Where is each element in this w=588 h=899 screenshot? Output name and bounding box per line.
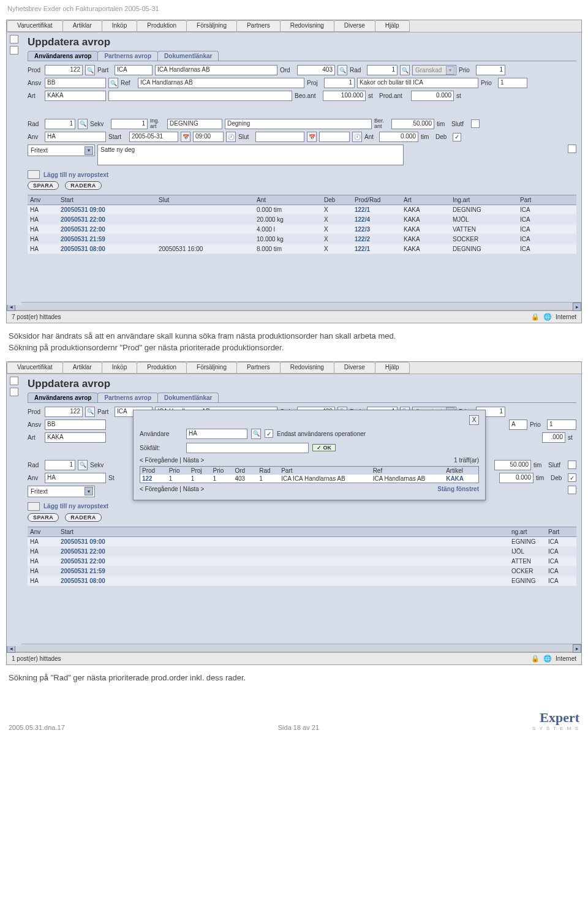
table-row[interactable]: HA20050531 08:00EGNINGICA [28, 576, 576, 586]
menu-varucert[interactable]: Varucertifikat [7, 362, 63, 374]
menu-partners[interactable]: Partners [236, 362, 281, 374]
next-link[interactable]: Nästa > [183, 457, 205, 464]
table-row[interactable]: HA20050531 08:0020050531 16:008.000 timX… [28, 244, 576, 254]
home-icon[interactable] [10, 35, 18, 43]
ansv-input[interactable]: BB [45, 78, 106, 88]
freetext-dropdown[interactable]: Fritext ▾ [28, 145, 95, 156]
th-ingart[interactable]: ng.art [509, 527, 546, 536]
rad-input[interactable]: 1 [367, 65, 398, 75]
th-deb[interactable]: Deb [322, 195, 352, 205]
table-row[interactable]: HA20050531 22:00IJÖLICA [28, 547, 576, 557]
search-icon[interactable]: 🔍 [85, 407, 95, 417]
prodant-input[interactable]: 0.000 [411, 91, 454, 101]
search-icon[interactable]: 🔍 [400, 65, 410, 75]
subtab-user-avrop[interactable]: Användarens avrop [28, 51, 98, 61]
subtab-doc-links[interactable]: Dokumentlänkar [157, 51, 219, 61]
menu-forsaljning[interactable]: Försäljning [186, 20, 237, 32]
prio-input[interactable]: 1 [476, 65, 505, 75]
search-icon[interactable]: 🔍 [251, 429, 261, 439]
prio2-input[interactable]: 1 [547, 419, 576, 430]
prod-input[interactable]: 122 [45, 65, 83, 75]
granskad-select[interactable]: Granskad ▾ [412, 65, 456, 75]
subtab-partner-avrop[interactable]: Partnerns avrop [97, 393, 158, 402]
sokfalt-input[interactable] [186, 443, 309, 453]
subtab-doc-links[interactable]: Dokumentlänkar [157, 393, 219, 402]
search-icon[interactable]: 🔍 [78, 119, 88, 129]
oth-artikel[interactable]: Artikel [444, 467, 478, 475]
art-input[interactable]: KAKA [45, 432, 106, 443]
h-scrollbar[interactable]: ◂ ▸ [7, 302, 581, 310]
ant-input[interactable]: 0.000 [499, 473, 533, 483]
search-icon[interactable]: 🔍 [337, 65, 347, 75]
oth-ord[interactable]: Ord [233, 467, 257, 475]
ant-input[interactable]: 0.000 [379, 132, 418, 142]
prio2-input[interactable]: 1 [498, 78, 527, 88]
th-ingart[interactable]: Ing.art [450, 195, 518, 205]
add-icon[interactable] [28, 502, 40, 511]
th-anv[interactable]: Anv [28, 527, 58, 536]
part-code-input[interactable]: ICA [115, 65, 153, 75]
arrow-right-icon[interactable]: ▸ [573, 644, 581, 653]
th-prodrad[interactable]: Prod/Rad [352, 195, 401, 205]
save-button[interactable]: SPARA [28, 513, 59, 522]
clock-icon[interactable]: 🕘 [226, 132, 236, 142]
oth-rad[interactable]: Rad [257, 467, 279, 475]
close-icon[interactable]: X [469, 415, 479, 425]
start-date-input[interactable]: 2005-05-31 [129, 132, 178, 142]
slutf-checkbox[interactable] [568, 461, 576, 469]
calendar-icon[interactable]: 📅 [307, 132, 317, 142]
anvandare-input[interactable]: HA [186, 429, 247, 439]
menu-hjalp[interactable]: Hjälp [375, 20, 410, 32]
menu-redovisning[interactable]: Redovisning [280, 20, 334, 32]
add-icon[interactable] [28, 170, 40, 179]
only-user-checkbox[interactable]: ✓ [265, 429, 273, 438]
prev-link[interactable]: < Föregående [140, 457, 178, 464]
th-slut[interactable]: Slut [156, 195, 254, 205]
anv-input[interactable]: HA [45, 132, 106, 142]
menu-varucert[interactable]: Varucertifikat [7, 20, 63, 32]
ingart-input[interactable]: DEGNING [167, 119, 222, 129]
menu-artiklar[interactable]: Artiklar [62, 20, 102, 32]
beoant-input[interactable]: 100.000 [323, 91, 366, 101]
menu-redovisning[interactable]: Redovisning [280, 362, 334, 374]
rad2-input[interactable]: 1 [45, 119, 75, 129]
rad2-input[interactable]: 1 [45, 460, 75, 470]
th-start[interactable]: Start [58, 527, 509, 536]
menu-produktion[interactable]: Produktion [137, 20, 187, 32]
partial-a-input[interactable]: A [509, 419, 527, 430]
art-input[interactable]: KAKA [45, 91, 106, 101]
freetext-textarea[interactable]: Satte ny deg [97, 145, 404, 165]
menu-inkop[interactable]: Inköp [102, 20, 137, 32]
calendar-icon[interactable]: 📅 [181, 132, 190, 142]
add-text-link[interactable]: Lägg till ny avropstext [43, 503, 108, 510]
proj-input[interactable]: 1 [324, 78, 355, 88]
th-start[interactable]: Start [58, 195, 156, 205]
slut-time-input[interactable] [319, 132, 350, 142]
prev-link[interactable]: < Föregående [140, 486, 178, 492]
oth-prio[interactable]: Prio [167, 467, 189, 475]
home-icon[interactable] [10, 377, 18, 385]
menu-hjalp[interactable]: Hjälp [375, 362, 410, 374]
menu-forsaljning[interactable]: Försäljning [186, 362, 237, 374]
art-desc-input[interactable] [108, 91, 292, 101]
part-name-input[interactable]: ICA Handlarnas AB [155, 65, 277, 75]
menu-diverse[interactable]: Diverse [334, 20, 375, 32]
menu-diverse[interactable]: Diverse [334, 362, 375, 374]
clock-icon[interactable]: 🕘 [352, 132, 362, 142]
slut-date-input[interactable] [255, 132, 304, 142]
th-ant[interactable]: Ant [254, 195, 322, 205]
th-art[interactable]: Art [401, 195, 450, 205]
grid-icon[interactable] [10, 46, 18, 55]
oth-prio2[interactable]: Prio [211, 467, 233, 475]
table-row[interactable]: HA20050531 22:0020.000 kgX122/4KAKAMJÖLI… [28, 215, 576, 225]
ok-button[interactable]: ✓ OK [312, 444, 336, 451]
subtab-user-avrop[interactable]: Användarens avrop [28, 393, 98, 402]
deb-checkbox[interactable]: ✓ [453, 133, 461, 141]
next-link[interactable]: Nästa > [183, 486, 205, 492]
extra-checkbox[interactable] [568, 486, 576, 494]
partial-000-input[interactable]: .000 [542, 432, 565, 443]
start-time-input[interactable]: 09:00 [193, 132, 224, 142]
extra-checkbox[interactable] [568, 145, 576, 153]
th-part[interactable]: Part [546, 527, 576, 536]
table-row[interactable]: HA20050531 21:59OCKERICA [28, 566, 576, 576]
